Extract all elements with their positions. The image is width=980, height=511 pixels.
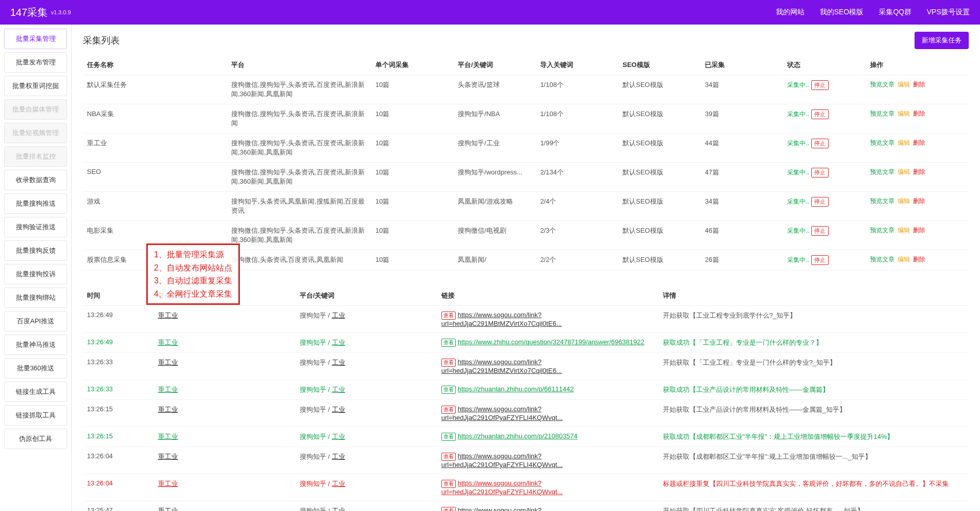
- log-task-link[interactable]: 重工业: [158, 480, 178, 487]
- stop-button[interactable]: 停止: [811, 109, 829, 119]
- preview-link[interactable]: 预览文章: [870, 110, 895, 117]
- log-task-link[interactable]: 重工业: [158, 312, 178, 319]
- view-badge[interactable]: 查看: [441, 453, 456, 461]
- log-url-link[interactable]: https://www.sogou.com/link?url=hedJjaC29…: [441, 405, 563, 421]
- delete-link[interactable]: 删除: [913, 81, 925, 88]
- preview-link[interactable]: 预览文章: [870, 227, 895, 234]
- sidebar-item-15[interactable]: 链接生成工具: [4, 382, 67, 402]
- sidebar-item-7[interactable]: 批量搜狗推送: [4, 193, 67, 214]
- delete-link[interactable]: 删除: [913, 197, 925, 205]
- task-collected: 44篇: [701, 134, 783, 163]
- preview-link[interactable]: 预览文章: [870, 139, 895, 146]
- sidebar-item-9[interactable]: 批量搜狗反馈: [4, 240, 67, 261]
- delete-link[interactable]: 删除: [913, 227, 925, 234]
- nav-my-site[interactable]: 我的网站: [776, 8, 805, 17]
- log-url-link[interactable]: https://www.zhihu.com/question/324787199…: [458, 338, 644, 346]
- log-url-link[interactable]: https://www.sogou.com/link?url=hedJjaC29…: [441, 311, 562, 327]
- edit-link[interactable]: 编辑: [898, 168, 910, 175]
- edit-link[interactable]: 编辑: [898, 256, 910, 263]
- preview-link[interactable]: 预览文章: [870, 256, 895, 263]
- task-platform: 搜狗微信,搜狗知乎,头条资讯,百度资讯,新浪新闻: [227, 104, 371, 134]
- top-header: 147采集 v1.3.0.9 我的网站 我的SEO模版 采集QQ群 VPS拨号设…: [0, 0, 980, 25]
- task-actions: 预览文章编辑删除: [866, 75, 969, 104]
- sidebar-item-17[interactable]: 伪原创工具: [4, 429, 67, 449]
- log-task-link[interactable]: 重工业: [158, 406, 178, 413]
- log-platform-keyword: 搜狗知乎 / 工业: [296, 474, 437, 501]
- log-url-link[interactable]: https://zhuanlan.zhihu.com/p/66111442: [458, 385, 574, 393]
- view-badge[interactable]: 查看: [441, 359, 456, 367]
- log-url-link[interactable]: https://zhuanlan.zhihu.com/p/210803574: [458, 432, 577, 440]
- log-url-link[interactable]: https://www.sogou.com/link?url=hedJjaC29…: [441, 479, 563, 496]
- log-keyword-link[interactable]: 工业: [332, 507, 345, 511]
- view-badge[interactable]: 查看: [441, 406, 456, 414]
- sidebar-item-1[interactable]: 批量发布管理: [4, 52, 67, 73]
- sidebar-item-16[interactable]: 链接抓取工具: [4, 405, 67, 426]
- delete-link[interactable]: 删除: [913, 139, 925, 146]
- delete-link[interactable]: 删除: [913, 256, 925, 263]
- edit-link[interactable]: 编辑: [898, 81, 910, 88]
- sidebar-item-0[interactable]: 批量采集管理: [4, 29, 67, 49]
- view-badge[interactable]: 查看: [441, 312, 456, 320]
- log-detail: 开始获取【四川工业科技学院真真实实,客观评价,好坏都有,..._知乎】: [659, 501, 969, 512]
- nav-vps-dial[interactable]: VPS拨号设置: [927, 8, 970, 17]
- task-collected: 34篇: [701, 75, 783, 104]
- preview-link[interactable]: 预览文章: [870, 81, 895, 88]
- sidebar-item-13[interactable]: 批量神马推送: [4, 335, 67, 355]
- log-keyword-link[interactable]: 工业: [332, 480, 345, 487]
- preview-link[interactable]: 预览文章: [870, 197, 895, 205]
- log-header: 平台/关键词: [296, 286, 437, 306]
- task-template: 默认SEO模版: [618, 163, 701, 192]
- task-name: 股票信息采集: [83, 250, 227, 271]
- sidebar-item-14[interactable]: 批量360推送: [4, 358, 67, 379]
- task-actions: 预览文章编辑删除: [866, 163, 969, 192]
- log-keyword-link[interactable]: 工业: [332, 433, 345, 440]
- sidebar-item-11[interactable]: 批量搜狗绑站: [4, 287, 67, 308]
- view-badge[interactable]: 查看: [441, 386, 456, 394]
- log-task-link[interactable]: 重工业: [158, 453, 178, 460]
- log-task-link[interactable]: 重工业: [158, 359, 178, 366]
- view-badge[interactable]: 查看: [441, 339, 456, 347]
- log-task-link[interactable]: 重工业: [158, 433, 178, 440]
- task-imported: 2/3个: [536, 221, 618, 250]
- stop-button[interactable]: 停止: [811, 226, 829, 236]
- sidebar-item-6[interactable]: 收录数据查询: [4, 170, 67, 190]
- log-url-link[interactable]: https://www.sogou.com/link?url=hedJjaC29…: [441, 358, 562, 374]
- log-time: 13:26:33: [83, 353, 154, 380]
- sidebar-item-12[interactable]: 百度API推送: [4, 311, 67, 331]
- edit-link[interactable]: 编辑: [898, 197, 910, 205]
- edit-link[interactable]: 编辑: [898, 227, 910, 234]
- nav-qq-group[interactable]: 采集QQ群: [879, 8, 911, 17]
- sidebar-item-2[interactable]: 批量权重词挖掘: [4, 76, 67, 96]
- log-keyword-link[interactable]: 工业: [332, 406, 345, 413]
- log-task-link[interactable]: 重工业: [158, 386, 178, 393]
- nav-seo-template[interactable]: 我的SEO模版: [820, 8, 864, 17]
- sidebar-item-8[interactable]: 搜狗验证推送: [4, 217, 67, 237]
- log-keyword-link[interactable]: 工业: [332, 312, 345, 319]
- preview-link[interactable]: 预览文章: [870, 168, 895, 175]
- log-keyword-link[interactable]: 工业: [332, 359, 345, 366]
- task-actions: 预览文章编辑删除: [866, 192, 969, 221]
- view-badge[interactable]: 查看: [441, 480, 456, 488]
- add-task-button[interactable]: 新增采集任务: [915, 32, 969, 49]
- task-per-word: 10篇: [371, 192, 454, 221]
- stop-button[interactable]: 停止: [811, 168, 829, 177]
- log-url-link[interactable]: https://www.sogou.com/link?url=hedJjaC29…: [441, 452, 563, 469]
- edit-link[interactable]: 编辑: [898, 139, 910, 146]
- log-task-link[interactable]: 重工业: [158, 339, 178, 346]
- log-keyword-link[interactable]: 工业: [332, 386, 345, 393]
- view-badge[interactable]: 查看: [441, 433, 456, 441]
- view-badge[interactable]: 查看: [441, 507, 456, 511]
- log-keyword-link[interactable]: 工业: [332, 453, 345, 460]
- task-platform-keyword: 搜狗微信/电视剧: [454, 221, 536, 250]
- delete-link[interactable]: 删除: [913, 110, 925, 117]
- stop-button[interactable]: 停止: [811, 197, 829, 207]
- log-url-link[interactable]: https://www.sogou.com/link?url=hedJjaC29…: [441, 506, 563, 511]
- log-task-link[interactable]: 重工业: [158, 507, 178, 511]
- stop-button[interactable]: 停止: [811, 139, 829, 148]
- sidebar-item-10[interactable]: 批量搜狗投诉: [4, 264, 67, 284]
- stop-button[interactable]: 停止: [811, 255, 829, 265]
- stop-button[interactable]: 停止: [811, 80, 829, 90]
- edit-link[interactable]: 编辑: [898, 110, 910, 117]
- log-keyword-link[interactable]: 工业: [332, 339, 345, 346]
- delete-link[interactable]: 删除: [913, 168, 925, 175]
